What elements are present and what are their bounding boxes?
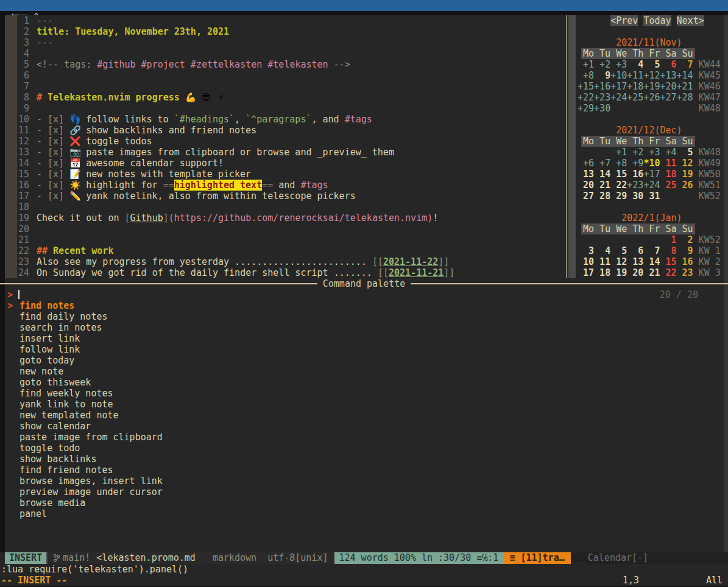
- calendar-day[interactable]: 19: [677, 169, 693, 180]
- calendar-day[interactable]: 9: [677, 245, 693, 256]
- calendar-day[interactable]: 5: [643, 59, 660, 70]
- calendar-day[interactable]: 16: [627, 169, 643, 180]
- calendar-day[interactable]: +24: [643, 180, 660, 191]
- calendar-day[interactable]: 22: [610, 180, 627, 191]
- calendar-day[interactable]: +14: [677, 70, 693, 81]
- calendar-day[interactable]: +18: [627, 81, 643, 92]
- calendar-day[interactable]: +19: [643, 81, 660, 92]
- palette-item[interactable]: insert link: [0, 333, 728, 344]
- calendar-day[interactable]: 28: [594, 191, 610, 202]
- calendar-day[interactable]: 19: [610, 267, 627, 278]
- calendar-day[interactable]: 17: [578, 267, 594, 278]
- calendar-day[interactable]: +17: [610, 81, 627, 92]
- calendar-day[interactable]: +7: [594, 158, 610, 169]
- calendar-day[interactable]: 4: [627, 59, 643, 70]
- calendar-scrollbar[interactable]: [568, 15, 576, 278]
- calendar-day[interactable]: 7: [677, 59, 693, 70]
- calendar-day[interactable]: +25: [627, 92, 643, 103]
- calendar-day[interactable]: 18: [594, 267, 610, 278]
- calendar-day[interactable]: 3: [578, 245, 594, 256]
- calendar-day[interactable]: 18: [660, 169, 676, 180]
- calendar-day[interactable]: 22: [660, 267, 676, 278]
- palette-item[interactable]: goto today: [0, 355, 728, 366]
- calendar-day[interactable]: +23: [627, 180, 643, 191]
- calendar-day[interactable]: 11: [594, 256, 610, 267]
- calendar-day[interactable]: +24: [610, 92, 627, 103]
- calendar-day[interactable]: 14: [643, 256, 660, 267]
- palette-item[interactable]: new note: [0, 366, 728, 377]
- calendar-day[interactable]: +17: [643, 169, 660, 180]
- palette-item[interactable]: goto thisweek: [0, 377, 728, 388]
- calendar-day[interactable]: +27: [660, 92, 676, 103]
- palette-item[interactable]: preview image under cursor: [0, 487, 728, 497]
- calendar-day[interactable]: 6: [627, 245, 643, 256]
- calendar-day[interactable]: 15: [610, 169, 627, 180]
- calendar-day[interactable]: 21: [594, 180, 610, 191]
- calendar-day[interactable]: +2: [627, 147, 643, 158]
- calendar-day[interactable]: 9: [594, 70, 610, 81]
- palette-item[interactable]: new templated note: [0, 410, 728, 421]
- calendar-day[interactable]: 23: [677, 267, 693, 278]
- calendar-day[interactable]: 5: [610, 245, 627, 256]
- calendar-day[interactable]: 13: [627, 256, 643, 267]
- calendar-day[interactable]: +8: [578, 70, 594, 81]
- palette-item[interactable]: search in notes: [0, 322, 728, 333]
- calendar-day[interactable]: +13: [660, 70, 676, 81]
- calendar-day[interactable]: 31: [643, 191, 660, 202]
- editor-pane[interactable]: 1---2title: Tuesday, November 23th, 2021…: [5, 15, 566, 278]
- calendar-day[interactable]: +28: [677, 92, 693, 103]
- calendar-day[interactable]: *10: [643, 158, 660, 169]
- calendar-day[interactable]: 12: [677, 158, 693, 169]
- calendar-day[interactable]: +4: [660, 147, 676, 158]
- palette-item[interactable]: panel: [0, 508, 728, 519]
- palette-item[interactable]: show backlinks: [0, 454, 728, 465]
- calendar-day[interactable]: +9: [627, 158, 643, 169]
- buffer-tab-segment[interactable]: ≡ [11]tra…: [503, 552, 570, 564]
- calendar-day[interactable]: 10: [578, 256, 594, 267]
- command-line[interactable]: :lua require('telekasten').panel(): [0, 564, 728, 575]
- calendar-day[interactable]: +11: [627, 70, 643, 81]
- calendar-day[interactable]: +22: [578, 92, 594, 103]
- calendar-day[interactable]: +20: [660, 81, 676, 92]
- calendar-day[interactable]: 2: [677, 234, 693, 245]
- calendar-day[interactable]: +30: [594, 103, 610, 114]
- calendar-day[interactable]: 20: [578, 180, 594, 191]
- calendar-day[interactable]: +10: [610, 70, 627, 81]
- calendar-day[interactable]: 11: [660, 158, 676, 169]
- calendar-day[interactable]: +12: [643, 70, 660, 81]
- calendar-day[interactable]: 27: [578, 191, 594, 202]
- calendar-day[interactable]: +16: [594, 81, 610, 92]
- calendar-day[interactable]: 5: [677, 147, 693, 158]
- calendar-day[interactable]: 29: [610, 191, 627, 202]
- palette-item[interactable]: browse media: [0, 497, 728, 508]
- palette-item[interactable]: follow link: [0, 344, 728, 355]
- calendar-day[interactable]: 8: [660, 245, 676, 256]
- calendar-nav-button-prev[interactable]: <Prev: [610, 15, 638, 26]
- palette-item[interactable]: >find notes: [0, 300, 728, 311]
- calendar-day[interactable]: 12: [610, 256, 627, 267]
- calendar-day[interactable]: 25: [660, 180, 676, 191]
- palette-item[interactable]: browse images, insert link: [0, 476, 728, 487]
- calendar-day[interactable]: 20: [627, 267, 643, 278]
- calendar-day[interactable]: +1: [578, 59, 594, 70]
- calendar-day[interactable]: 16: [677, 256, 693, 267]
- calendar-day[interactable]: 4: [594, 245, 610, 256]
- calendar-day[interactable]: 7: [643, 245, 660, 256]
- calendar-day[interactable]: 1: [660, 234, 676, 245]
- calendar-day[interactable]: 15: [660, 256, 676, 267]
- calendar-day[interactable]: 21: [643, 267, 660, 278]
- calendar-day[interactable]: +3: [610, 59, 627, 70]
- calendar-day[interactable]: +8: [610, 158, 627, 169]
- calendar-day[interactable]: 26: [677, 180, 693, 191]
- calendar-day[interactable]: +29: [578, 103, 594, 114]
- calendar-day[interactable]: +26: [643, 92, 660, 103]
- palette-prompt[interactable]: > 20 / 20: [0, 289, 728, 300]
- calendar-day[interactable]: +21: [677, 81, 693, 92]
- calendar-day[interactable]: 13: [578, 169, 594, 180]
- calendar-pane[interactable]: <Prev Today Next> 2021/11(Nov)Mo Tu We T…: [578, 15, 724, 278]
- calendar-day[interactable]: 30: [627, 191, 643, 202]
- calendar-day[interactable]: 6: [660, 59, 676, 70]
- calendar-day[interactable]: +1: [610, 147, 627, 158]
- palette-item[interactable]: show calendar: [0, 421, 728, 432]
- palette-item[interactable]: toggle todo: [0, 443, 728, 454]
